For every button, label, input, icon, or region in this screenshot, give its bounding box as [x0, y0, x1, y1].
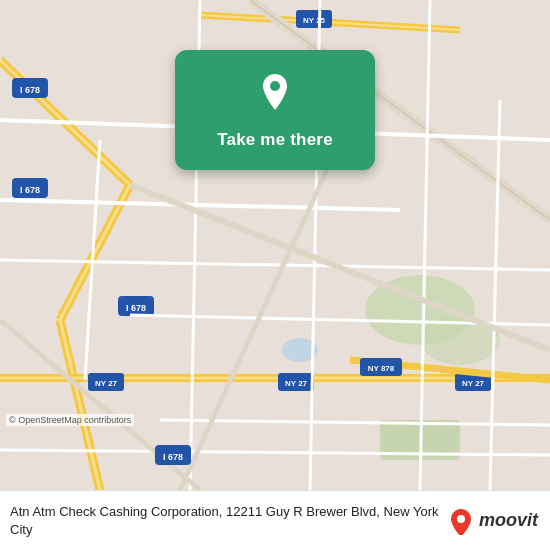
svg-text:NY 27: NY 27 [462, 379, 485, 388]
map-pin-icon [253, 70, 297, 114]
svg-text:NY 878: NY 878 [368, 364, 395, 373]
osm-credit: © OpenStreetMap contributors [6, 414, 134, 426]
svg-point-50 [270, 81, 280, 91]
location-card: Take me there [175, 50, 375, 170]
svg-point-51 [457, 515, 465, 523]
moovit-logo: moovit [447, 507, 538, 535]
info-bar: Atn Atm Check Cashing Corporation, 12211… [0, 490, 550, 550]
moovit-pin-icon [447, 507, 475, 535]
svg-text:NY 25: NY 25 [303, 16, 326, 25]
svg-text:I 678: I 678 [20, 185, 40, 195]
svg-text:I 678: I 678 [163, 452, 183, 462]
svg-text:NY 27: NY 27 [95, 379, 118, 388]
moovit-brand-text: moovit [479, 510, 538, 531]
map-container: I 678 I 678 I 678 NY 25 NY 27 NY 27 NY 2… [0, 0, 550, 490]
take-me-there-button[interactable]: Take me there [209, 126, 341, 154]
location-address: Atn Atm Check Cashing Corporation, 12211… [10, 503, 447, 538]
svg-text:NY 27: NY 27 [285, 379, 308, 388]
svg-text:I 678: I 678 [20, 85, 40, 95]
svg-text:I 678: I 678 [126, 303, 146, 313]
